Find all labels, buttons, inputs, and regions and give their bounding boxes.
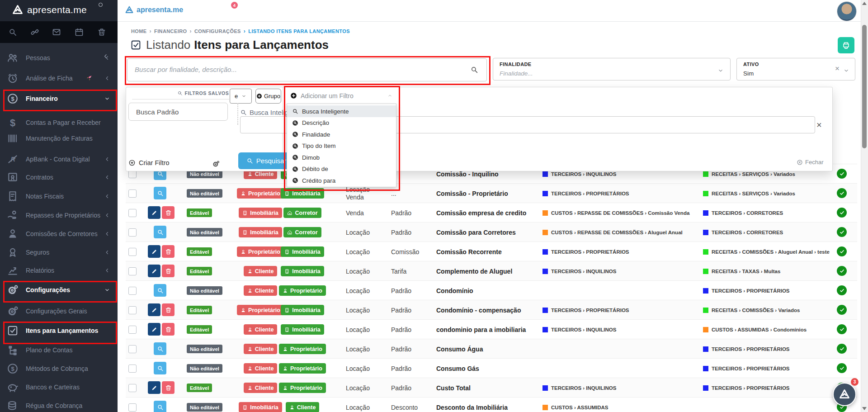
edit-button[interactable]	[148, 245, 160, 258]
delete-button[interactable]	[162, 245, 175, 258]
sidebar-item-manutencao-de-faturas[interactable]: Manutenção de Faturas	[0, 129, 118, 147]
clear-icon[interactable]: ×	[835, 64, 840, 73]
dropdown-item-0[interactable]: Busca Inteligente	[287, 105, 396, 117]
view-button[interactable]	[154, 342, 166, 355]
add-filter-input[interactable]: Adicionar um Filtro	[287, 89, 396, 103]
operator-select[interactable]: e	[230, 89, 252, 104]
view-button[interactable]	[154, 284, 166, 297]
table-row[interactable]: EditávelClienteImobiliáriaLocaçãoTarifaC…	[126, 261, 857, 281]
app-logo-blue[interactable]: apresenta.me	[125, 5, 183, 14]
search-button[interactable]: Pesquisar	[238, 152, 294, 169]
sidebar-item-itens-para-lancamentos[interactable]: Itens para Lançamentos	[0, 322, 118, 340]
search-input[interactable]: Buscar por finalidade, descrição...	[127, 58, 487, 81]
dropdown-item-5[interactable]: Débito de	[287, 163, 396, 175]
breadcrumb-item[interactable]: HOME	[131, 28, 147, 34]
sidebar-item-contratos[interactable]: Contratos	[0, 168, 118, 186]
sidebar-item-repasses-de-proprietarios[interactable]: Repasses de Proprietários	[0, 206, 118, 224]
table-row[interactable]: EditávelImobiliária%CorretorVendaPadrãoC…	[126, 203, 857, 223]
sidebar-item-configuracoes[interactable]: Configurações	[0, 281, 118, 299]
create-filter-button[interactable]: Criar Filtro	[128, 159, 170, 166]
edit-button[interactable]	[148, 206, 160, 219]
chevron-down-icon[interactable]	[843, 67, 849, 74]
add-group-button[interactable]: Grupo	[255, 89, 281, 104]
breadcrumb-item[interactable]: FINANCEIRO	[154, 28, 187, 34]
dropdown-item-4[interactable]: Dimob	[287, 152, 396, 163]
edit-button[interactable]	[148, 323, 160, 336]
view-button[interactable]	[154, 226, 166, 238]
row-checkbox[interactable]	[128, 267, 137, 275]
table-row[interactable]: Não editávelClienteProprietárioLocaçãoPa…	[126, 280, 857, 300]
table-row[interactable]: Não editávelClienteProprietárioLocaçãoPa…	[126, 339, 857, 359]
delete-button[interactable]	[162, 206, 175, 219]
view-button[interactable]	[154, 401, 166, 412]
ativo-select[interactable]: ATIVO Sim ×	[736, 58, 855, 81]
row-checkbox[interactable]	[128, 326, 137, 334]
view-button[interactable]	[154, 187, 166, 199]
row-checkbox[interactable]	[128, 189, 137, 198]
sidebar-item-regua-de-cobranca[interactable]: Régua de Cobrança	[0, 397, 118, 412]
delete-button[interactable]	[162, 265, 175, 277]
scrollbar-thumb[interactable]	[862, 25, 867, 148]
breadcrumb-item[interactable]: CONFIGURAÇÕES	[194, 28, 241, 34]
remove-filter-icon[interactable]: ×	[816, 120, 822, 130]
print-button[interactable]	[838, 37, 854, 53]
sidebar-item-relatorios[interactable]: Relatórios	[0, 261, 118, 279]
finalidade-select[interactable]: FINALIDADE Finalidade...	[493, 58, 731, 81]
edit-button[interactable]	[148, 381, 160, 394]
view-button[interactable]	[154, 362, 166, 374]
row-checkbox[interactable]	[128, 403, 137, 412]
saved-filter-busca-padrao[interactable]: Busca Padrão	[128, 103, 228, 121]
chevron-down-icon[interactable]	[717, 67, 724, 74]
sidebar-item-plano-de-contas[interactable]: Plano de Contas	[0, 341, 118, 359]
scrollbar-up-arrow[interactable]	[862, 2, 867, 5]
table-row[interactable]: Não editávelProprietárioImobiliáriaLocaç…	[126, 183, 857, 203]
row-checkbox[interactable]	[128, 365, 137, 373]
sidebar-item-apbank-conta-digital[interactable]: R ApBank - Conta Digital	[0, 150, 118, 168]
row-checkbox[interactable]	[128, 248, 137, 256]
mail-icon[interactable]	[52, 28, 61, 37]
table-row[interactable]: Não editávelClienteProprietárioLocaçãoPa…	[126, 358, 857, 378]
delete-button[interactable]	[162, 381, 175, 394]
close-panel-button[interactable]: Fechar	[797, 159, 823, 166]
sidebar-item-pessoas[interactable]: Pessoas	[0, 49, 118, 67]
gear-icon[interactable]	[212, 160, 220, 168]
search-icon[interactable]	[470, 66, 478, 74]
calendar-icon[interactable]	[75, 28, 84, 37]
support-chat-button[interactable]	[833, 383, 856, 406]
row-checkbox[interactable]	[128, 228, 137, 237]
search-icon[interactable]	[8, 28, 17, 37]
edit-button[interactable]	[148, 303, 160, 316]
delete-button[interactable]	[162, 303, 175, 316]
sidebar-item-metodos-de-cobranca[interactable]: $ Métodos de Cobrança	[0, 360, 118, 378]
row-checkbox[interactable]	[128, 306, 137, 314]
sidebar-item-bancos-e-carteiras[interactable]: Bancos e Carteiras	[0, 378, 118, 396]
dropdown-item-3[interactable]: Tipo do Item	[287, 140, 396, 152]
trash-icon[interactable]	[97, 28, 106, 37]
delete-button[interactable]	[162, 323, 175, 336]
table-row[interactable]: Não editávelImobiliáriaClienteLocaçãoDes…	[126, 397, 857, 412]
sidebar-item-contas-a-pagar-e-receber[interactable]: $ Contas a Pagar e Receber	[0, 114, 118, 132]
row-checkbox[interactable]	[128, 384, 137, 392]
row-checkbox[interactable]	[128, 209, 137, 217]
sidebar-item-notas-fiscais[interactable]: Notas Fiscais	[0, 187, 118, 205]
sidebar-item-configuracoes-gerais[interactable]: Configurações Gerais	[0, 302, 118, 320]
table-row[interactable]: Não editávelImobiliária%CorretorLocaçãoP…	[126, 222, 857, 242]
sidebar-item-analise-de-ficha[interactable]: Análise de Ficha	[0, 69, 118, 87]
dropdown-item-1[interactable]: Descrição	[287, 117, 396, 129]
row-checkbox[interactable]	[128, 345, 137, 353]
dropdown-item-2[interactable]: Finalidade	[287, 128, 396, 140]
breadcrumb-item[interactable]: LISTANDO ITENS PARA LANÇAMENTOS	[248, 28, 350, 34]
table-row[interactable]: EditávelClienteImobiliáriaLocaçãoPadrãoc…	[126, 319, 857, 339]
edit-button[interactable]	[148, 265, 160, 277]
table-row[interactable]: EditávelProprietárioImobiliáriaLocaçãoPa…	[126, 300, 857, 320]
table-row[interactable]: EditávelProprietárioImobiliáriaLocaçãoCo…	[126, 242, 857, 261]
app-logo-dark[interactable]: apresenta.me	[12, 4, 87, 16]
chevron-up-icon[interactable]	[387, 93, 392, 98]
dropdown-item-6[interactable]: Crédito para	[287, 175, 396, 186]
table-row[interactable]: EditávelClienteProprietárioLocaçãoPadrão…	[126, 378, 857, 398]
link-icon[interactable]	[30, 28, 39, 37]
sidebar-item-seguros[interactable]: Seguros	[0, 243, 118, 261]
sidebar-item-comissoes-de-corretores[interactable]: Comissões de Corretores	[0, 225, 118, 243]
row-checkbox[interactable]	[128, 287, 137, 295]
scrollbar-down-arrow[interactable]	[862, 407, 867, 410]
